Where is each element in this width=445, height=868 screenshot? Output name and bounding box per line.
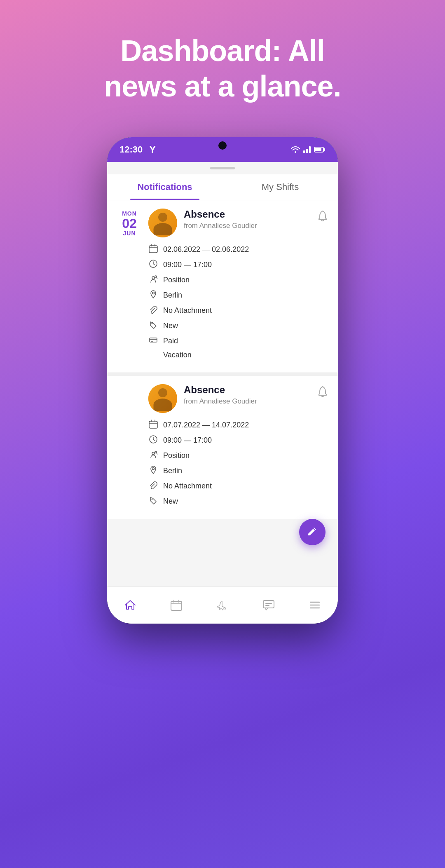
headline-text: Dashboard: All news at a glance. xyxy=(0,33,445,104)
nav-menu[interactable] xyxy=(302,596,328,614)
detail-row-status-2: New xyxy=(148,496,328,507)
nav-home[interactable] xyxy=(117,596,143,614)
svg-rect-19 xyxy=(171,601,182,610)
nav-messages[interactable] xyxy=(256,596,281,614)
notification-2-subtitle: from Annaliese Goudier xyxy=(184,397,311,406)
detail-row-time-2: 09:00 — 17:00 xyxy=(148,435,328,446)
calendar-icon-2 xyxy=(148,420,158,431)
home-icon xyxy=(124,599,136,611)
notification-2-details: 07.07.2022 — 14.07.2022 09:00 — 17:00 xyxy=(117,420,328,507)
detail-row-location-1: Berlin xyxy=(148,290,328,301)
notification-1-title-area: Absence from Annaliese Goudier xyxy=(184,209,311,230)
tab-bar: Notifications My Shifts xyxy=(107,174,338,200)
fab-edit-button[interactable] xyxy=(299,519,326,545)
signal-icon xyxy=(303,146,311,153)
battery-icon xyxy=(314,146,326,153)
tag-icon-2 xyxy=(148,496,158,507)
location-icon-1 xyxy=(148,290,158,301)
avatar-image-1 xyxy=(148,209,177,237)
tag-icon-1 xyxy=(148,320,158,331)
svg-point-18 xyxy=(152,498,153,500)
svg-point-8 xyxy=(152,277,155,279)
svg-point-11 xyxy=(152,323,153,324)
drag-handle-bar xyxy=(210,167,235,169)
plane-icon xyxy=(216,599,229,611)
detail-row-date-2: 07.07.2022 — 14.07.2022 xyxy=(148,420,328,431)
svg-rect-13 xyxy=(149,421,157,428)
bell-icon-2[interactable] xyxy=(317,386,328,400)
menu-icon xyxy=(309,599,321,611)
calendar-nav-icon xyxy=(170,599,183,611)
svg-rect-1 xyxy=(306,149,308,153)
headline-section: Dashboard: All news at a glance. xyxy=(0,0,445,129)
svg-rect-20 xyxy=(263,601,274,608)
detail-row-status-1: New xyxy=(148,320,328,331)
clock-icon-2 xyxy=(148,435,158,446)
svg-point-9 xyxy=(155,276,157,277)
avatar-1 xyxy=(148,209,177,237)
svg-rect-0 xyxy=(303,150,305,153)
svg-point-17 xyxy=(152,467,155,469)
detail-row-category-1: Vacation xyxy=(148,351,328,359)
section-divider xyxy=(107,373,338,376)
notification-1-subtitle: from Annaliese Goudier xyxy=(184,222,311,230)
camera-notch xyxy=(218,141,227,150)
status-left: 12:30 Y xyxy=(119,144,156,155)
notification-1-details: 02.06.2022 — 02.06.2022 09:00 — 17:00 xyxy=(117,244,328,359)
detail-row-position-1: Position xyxy=(148,274,328,286)
svg-point-10 xyxy=(152,292,155,294)
attachment-icon-1 xyxy=(148,305,158,316)
detail-row-time-1: 09:00 — 17:00 xyxy=(148,259,328,270)
edit-icon xyxy=(307,526,318,538)
svg-rect-6 xyxy=(149,246,157,253)
wifi-icon xyxy=(291,146,300,153)
detail-row-position-2: Position xyxy=(148,450,328,461)
location-icon-2 xyxy=(148,465,158,476)
status-bar: 12:30 Y xyxy=(107,137,338,162)
avatar-2 xyxy=(148,384,177,413)
calendar-icon-1 xyxy=(148,244,158,255)
category-label-1: Vacation xyxy=(148,351,192,359)
notification-2-header: Absence from Annaliese Goudier xyxy=(117,384,328,413)
notification-2-title: Absence xyxy=(184,384,311,396)
messages-icon xyxy=(262,599,275,611)
svg-rect-4 xyxy=(315,148,321,151)
date-badge-1: MON 02 JUN xyxy=(117,210,142,237)
phone-shell: 12:30 Y xyxy=(107,137,338,624)
paid-icon-1 xyxy=(148,335,158,347)
clock-icon-1 xyxy=(148,259,158,270)
notification-1-header: MON 02 JUN Absence xyxy=(117,209,328,237)
phone-mockup: 12:30 Y xyxy=(0,137,445,624)
detail-row-attachment-1: No Attachment xyxy=(148,305,328,316)
svg-rect-2 xyxy=(309,146,311,153)
content-area: MON 02 JUN Absence xyxy=(107,200,338,586)
drag-handle xyxy=(107,162,338,174)
detail-row-location-2: Berlin xyxy=(148,465,328,476)
attachment-icon-2 xyxy=(148,481,158,492)
status-right xyxy=(291,146,326,153)
phone-screen: 12:30 Y xyxy=(107,137,338,624)
nav-calendar[interactable] xyxy=(164,596,189,614)
notification-item-1: MON 02 JUN Absence xyxy=(107,200,338,372)
tab-notifications[interactable]: Notifications xyxy=(107,174,222,200)
notification-item-2: Absence from Annaliese Goudier xyxy=(107,376,338,519)
tab-my-shifts[interactable]: My Shifts xyxy=(222,174,338,200)
detail-row-paid-1: Paid xyxy=(148,335,328,347)
detail-row-date-1: 02.06.2022 — 02.06.2022 xyxy=(148,244,328,255)
svg-rect-12 xyxy=(150,338,157,342)
bell-icon-1[interactable] xyxy=(317,210,328,225)
notification-1-title: Absence xyxy=(184,209,311,220)
bottom-navigation xyxy=(107,586,338,624)
svg-point-15 xyxy=(152,452,155,455)
position-icon-1 xyxy=(148,274,158,286)
nav-travel[interactable] xyxy=(210,596,235,614)
status-time: 12:30 xyxy=(119,144,143,155)
detail-row-attachment-2: No Attachment xyxy=(148,481,328,492)
notification-2-title-area: Absence from Annaliese Goudier xyxy=(184,384,311,406)
avatar-image-2 xyxy=(148,384,177,413)
status-logo: Y xyxy=(149,144,156,155)
svg-point-16 xyxy=(155,451,157,453)
position-icon-2 xyxy=(148,450,158,461)
svg-rect-5 xyxy=(324,148,325,151)
